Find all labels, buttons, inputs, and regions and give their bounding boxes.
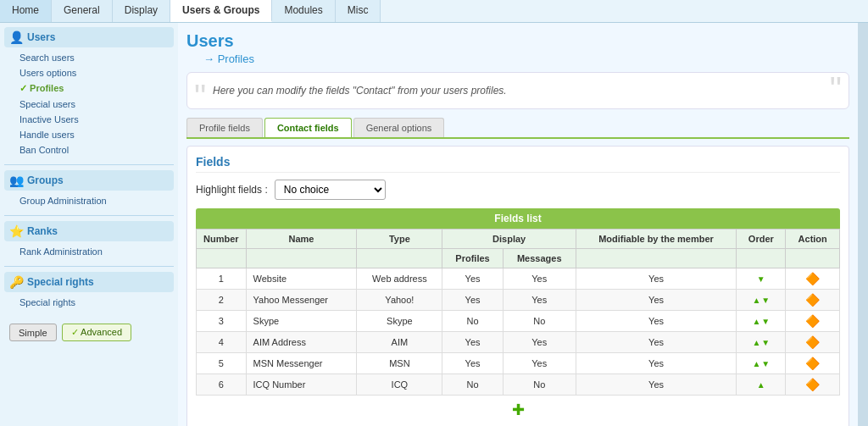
add-btn-row: ✚ — [196, 396, 840, 424]
sidebar-item-ban-control[interactable]: Ban Control — [4, 142, 174, 158]
cell-profiles: Yes — [442, 268, 503, 290]
cell-number: 3 — [197, 311, 247, 332]
action-edit-icon[interactable]: 🔶 — [805, 357, 820, 370]
col-name: Name — [246, 230, 357, 249]
table-row: 5 MSN Messenger MSN Yes Yes Yes ▲▼ 🔶 — [197, 353, 840, 374]
sidebar-item-group-admin[interactable]: Group Administration — [4, 193, 174, 208]
highlight-label: Highlight fields : — [196, 184, 268, 196]
sidebar-item-special-users[interactable]: Special users — [4, 97, 174, 112]
simple-button[interactable]: Simple — [9, 324, 57, 341]
order-up-arrow[interactable]: ▲ — [752, 317, 760, 326]
table-row: 1 Website Web address Yes Yes Yes ▼ 🔶 — [197, 268, 840, 290]
fields-table: Number Name Type Display Modifiable by t… — [196, 229, 840, 396]
advanced-button[interactable]: Advanced — [62, 324, 131, 341]
sidebar-special-rights-section: 🔑 Special rights Special rights — [4, 272, 174, 310]
col-messages: Messages — [503, 249, 576, 268]
order-down-arrow[interactable]: ▼ — [761, 317, 770, 326]
page-subtitle: Profiles — [203, 53, 849, 65]
add-field-button[interactable]: ✚ — [512, 401, 525, 418]
quote-area: " Here you can modify the fields "Contac… — [186, 72, 849, 109]
table-row: 6 ICQ Number ICQ No No Yes ▲ 🔶 — [197, 374, 840, 396]
tab-display[interactable]: Display — [113, 0, 170, 22]
cell-profiles: Yes — [442, 353, 503, 374]
sidebar-buttons: Simple Advanced — [4, 318, 174, 346]
cell-messages: Yes — [503, 332, 576, 353]
action-edit-icon[interactable]: 🔶 — [805, 272, 820, 285]
cell-order: ▼ — [737, 268, 786, 290]
col-action: Action — [786, 230, 840, 249]
cell-type: Yahoo! — [357, 290, 442, 311]
tab-modules[interactable]: Modules — [272, 0, 335, 22]
sidebar-users-section: 👤 Users Search users Users options Profi… — [4, 27, 174, 158]
col-order-sub — [737, 249, 786, 268]
cell-modifiable: Yes — [576, 290, 736, 311]
col-modifiable-sub — [576, 249, 736, 268]
col-modifiable: Modifiable by the member — [576, 230, 736, 249]
cell-type: ICQ — [357, 374, 442, 396]
cell-action: 🔶 — [786, 353, 840, 374]
fields-section: Fields Highlight fields : No choice Webs… — [186, 146, 849, 426]
cell-type: Web address — [357, 268, 442, 290]
cell-name: Yahoo Messenger — [246, 290, 357, 311]
sidebar-item-inactive-users[interactable]: Inactive Users — [4, 112, 174, 127]
tab-general[interactable]: General — [52, 0, 113, 22]
main-layout: 👤 Users Search users Users options Profi… — [0, 23, 868, 426]
col-display: Display — [442, 230, 576, 249]
sidebar-item-handle-users[interactable]: Handle users — [4, 127, 174, 142]
order-up-arrow[interactable]: ▲ — [752, 359, 760, 368]
cell-action: 🔶 — [786, 332, 840, 353]
cell-name: Website — [246, 268, 357, 290]
cell-modifiable: Yes — [576, 332, 736, 353]
quote-text: Here you can modify the fields "Contact"… — [213, 85, 507, 97]
sidebar-ranks-header[interactable]: ⭐ Ranks — [4, 221, 174, 241]
tab-general-options[interactable]: General options — [353, 118, 445, 137]
cell-modifiable: Yes — [576, 374, 736, 396]
cell-profiles: No — [442, 374, 503, 396]
cell-number: 4 — [197, 332, 247, 353]
highlight-select[interactable]: No choice Website Yahoo Messenger Skype … — [275, 180, 386, 200]
order-down-arrow[interactable]: ▼ — [757, 274, 765, 284]
action-edit-icon[interactable]: 🔶 — [805, 314, 820, 328]
cell-action: 🔶 — [786, 374, 840, 396]
action-edit-icon[interactable]: 🔶 — [805, 378, 820, 391]
cell-modifiable: Yes — [576, 268, 736, 290]
cell-number: 6 — [197, 374, 247, 396]
sidebar-item-profiles[interactable]: Profiles — [4, 80, 174, 97]
cell-profiles: No — [442, 311, 503, 332]
tab-contact-fields[interactable]: Contact fields — [264, 118, 352, 137]
sidebar-special-rights-header[interactable]: 🔑 Special rights — [4, 272, 174, 292]
highlight-row: Highlight fields : No choice Website Yah… — [196, 180, 840, 200]
order-up-arrow[interactable]: ▲ — [752, 296, 760, 305]
sidebar-item-rank-admin[interactable]: Rank Administration — [4, 244, 174, 259]
order-down-arrow[interactable]: ▼ — [761, 338, 770, 347]
sidebar-item-users-options[interactable]: Users options — [4, 65, 174, 80]
order-up-arrow[interactable]: ▲ — [757, 380, 765, 390]
col-action-sub — [786, 249, 840, 268]
col-number-sub — [197, 249, 247, 268]
cell-name: MSN Messenger — [246, 353, 357, 374]
tab-home[interactable]: Home — [0, 0, 52, 22]
sidebar: 👤 Users Search users Users options Profi… — [0, 23, 178, 426]
sidebar-groups-section: 👥 Groups Group Administration — [4, 170, 174, 208]
tab-profile-fields[interactable]: Profile fields — [186, 118, 263, 137]
sidebar-item-special-rights[interactable]: Special rights — [4, 295, 174, 310]
cell-number: 1 — [197, 268, 247, 290]
right-scrollbar[interactable] — [858, 23, 868, 426]
action-edit-icon[interactable]: 🔶 — [805, 335, 820, 349]
cell-order: ▲ — [737, 374, 786, 396]
order-down-arrow[interactable]: ▼ — [761, 296, 770, 305]
sidebar-users-header[interactable]: 👤 Users — [4, 27, 174, 47]
cell-messages: Yes — [503, 268, 576, 290]
action-edit-icon[interactable]: 🔶 — [805, 293, 820, 307]
sidebar-item-search-users[interactable]: Search users — [4, 50, 174, 65]
top-navigation: Home General Display Users & Groups Modu… — [0, 0, 868, 23]
order-down-arrow[interactable]: ▼ — [761, 359, 770, 368]
cell-type: MSN — [357, 353, 442, 374]
table-row: 3 Skype Skype No No Yes ▲▼ 🔶 — [197, 311, 840, 332]
tab-misc[interactable]: Misc — [336, 0, 381, 22]
col-name-sub — [246, 249, 357, 268]
groups-icon: 👥 — [9, 174, 24, 187]
sidebar-groups-header[interactable]: 👥 Groups — [4, 170, 174, 191]
order-up-arrow[interactable]: ▲ — [752, 338, 760, 347]
tab-users-groups[interactable]: Users & Groups — [170, 0, 272, 22]
